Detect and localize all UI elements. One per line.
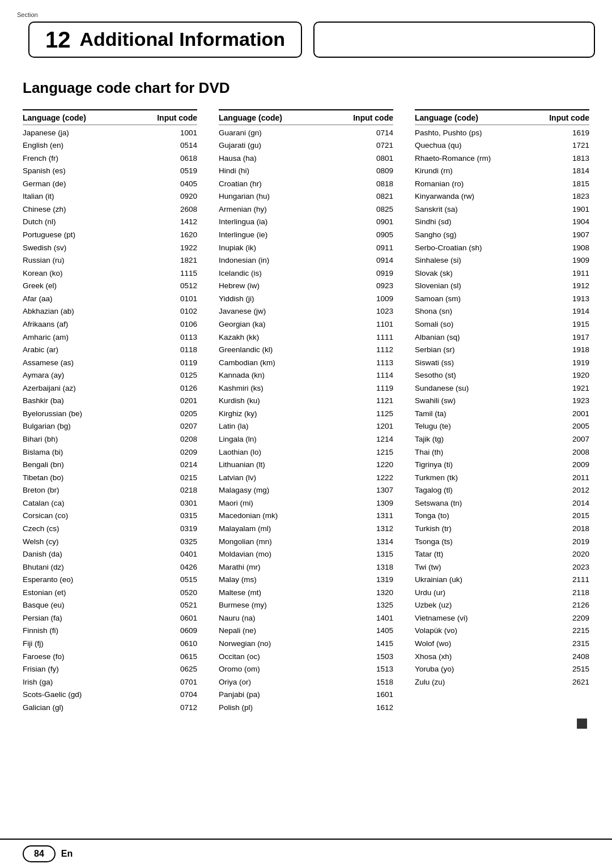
table-row: Malagasy (mg)1307: [219, 484, 393, 497]
lang-name: Georgian (ka): [219, 319, 266, 330]
table-row: Tonga (to)2015: [415, 510, 589, 523]
lang-name: Aymara (ay): [23, 370, 64, 381]
columns-wrapper: Language (code) Input code Japanese (ja)…: [23, 109, 589, 714]
table-row: Albanian (sq)1917: [415, 331, 589, 344]
page-number: 84: [34, 849, 44, 859]
table-row: Bihari (bh)0208: [23, 433, 197, 446]
lang-name: Fiji (fj): [23, 638, 44, 649]
lang-name: Nauru (na): [219, 613, 256, 624]
lang-name: Lingala (ln): [219, 434, 257, 445]
table-row: Oromo (om)1513: [219, 663, 393, 676]
table-row: Kannada (kn)1114: [219, 369, 393, 382]
lang-code: 0825: [368, 204, 393, 215]
table-row: Turkish (tr)2018: [415, 522, 589, 535]
lang-name: Tonga (to): [415, 510, 449, 521]
lang-code: 1311: [368, 510, 393, 521]
lang-name: Vietnamese (vi): [415, 613, 468, 624]
lang-code: 0201: [172, 395, 197, 407]
lang-code: 0315: [172, 510, 197, 521]
lang-code: 2023: [564, 562, 589, 573]
table-row: Quechua (qu)1721: [415, 139, 589, 152]
table-row: Sangho (sg)1907: [415, 229, 589, 242]
table-row: Yoruba (yo)2515: [415, 663, 589, 676]
lang-code: 1923: [564, 395, 589, 407]
lang-code: 1907: [564, 229, 589, 241]
lang-code: 0405: [172, 178, 197, 190]
lang-code: 0515: [172, 574, 197, 585]
lang-name: Yoruba (yo): [415, 664, 454, 675]
table-row: Twi (tw)2023: [415, 561, 589, 574]
lang-code: 1325: [368, 600, 393, 611]
table-row: Lithuanian (lt)1220: [219, 459, 393, 472]
col-header-lang-1: Language (code): [23, 113, 86, 122]
lang-code: 1319: [368, 574, 393, 585]
table-row: Kirundi (rn)1814: [415, 165, 589, 178]
lang-name: Kannada (kn): [219, 370, 265, 381]
lang-name: Corsican (co): [23, 510, 68, 521]
table-row: Tibetan (bo)0215: [23, 471, 197, 484]
lang-code: 1915: [564, 319, 589, 330]
lang-name: Quechua (qu): [415, 140, 462, 151]
col2-rows: Guarani (gn)0714Gujarati (gu)0721Hausa (…: [219, 126, 393, 714]
lang-name: Hindi (hi): [219, 165, 249, 177]
lang-name: Faroese (fo): [23, 651, 65, 662]
table-row: Maltese (mt)1320: [219, 586, 393, 599]
lang-name: Serbian (sr): [415, 344, 455, 356]
lang-code: 0319: [172, 523, 197, 535]
lang-code: 1318: [368, 562, 393, 573]
stop-icon: [577, 719, 587, 729]
lang-name: Danish (da): [23, 549, 62, 560]
table-row: Swedish (sv)1922: [23, 241, 197, 254]
lang-code: 2015: [564, 510, 589, 521]
lang-name: Bulgarian (bg): [23, 421, 71, 432]
lang-code: 0601: [172, 613, 197, 624]
table-row: Uzbek (uz)2126: [415, 599, 589, 612]
table-row: Kirghiz (ky)1125: [219, 407, 393, 420]
table-row: Sesotho (st)1920: [415, 369, 589, 382]
table-row: Greenlandic (kl)1112: [219, 344, 393, 357]
lang-code: 0215: [172, 472, 197, 484]
table-row: Breton (br)0218: [23, 484, 197, 497]
table-row: Volapük (vo)2215: [415, 625, 589, 638]
lang-code: 0901: [368, 216, 393, 228]
lang-name: Kazakh (kk): [219, 332, 259, 343]
col-header-lang-3: Language (code): [415, 113, 478, 122]
table-row: Hausa (ha)0801: [219, 152, 393, 165]
table-row: Hungarian (hu)0821: [219, 190, 393, 203]
lang-code: 2008: [564, 447, 589, 458]
lang-code: 1125: [368, 408, 393, 420]
lang-code: 0821: [368, 191, 393, 202]
table-row: Polish (pl)1612: [219, 701, 393, 714]
lang-code: 0920: [172, 191, 197, 202]
table-row: Javanese (jw)1023: [219, 305, 393, 318]
lang-name: Frisian (fy): [23, 664, 59, 675]
lang-code: 1814: [564, 165, 589, 177]
lang-name: Catalan (ca): [23, 498, 65, 509]
lang-name: Zulu (zu): [415, 677, 445, 688]
table-row: Georgian (ka)1101: [219, 318, 393, 331]
table-row: Mongolian (mn)1314: [219, 535, 393, 548]
lang-name: Polish (pl): [219, 702, 253, 713]
lang-name: Bislama (bi): [23, 447, 63, 458]
lang-column-1: Language (code) Input code Japanese (ja)…: [23, 109, 207, 714]
lang-name: Maltese (mt): [219, 587, 261, 598]
lang-name: Arabic (ar): [23, 344, 58, 356]
lang-code: 2215: [564, 625, 589, 636]
table-row: Scots-Gaelic (gd)0704: [23, 689, 197, 702]
table-row: English (en)0514: [23, 139, 197, 152]
lang-code: 1009: [368, 293, 393, 305]
table-row: Assamese (as)0119: [23, 356, 197, 369]
lang-code: 0801: [368, 153, 393, 164]
table-row: Hebrew (iw)0923: [219, 280, 393, 293]
table-row: Burmese (my)1325: [219, 599, 393, 612]
lang-name: Oriya (or): [219, 677, 251, 688]
col-header-2: Language (code) Input code: [219, 109, 393, 125]
table-row: Interlingue (ie)0905: [219, 229, 393, 242]
lang-code: 0512: [172, 280, 197, 292]
lang-name: Malayalam (ml): [219, 523, 271, 535]
lang-code: 0923: [368, 280, 393, 292]
lang-code: 0704: [172, 689, 197, 700]
table-row: Kurdish (ku)1121: [219, 395, 393, 408]
lang-name: Afar (aa): [23, 293, 53, 305]
table-row: Zulu (zu)2621: [415, 675, 589, 689]
